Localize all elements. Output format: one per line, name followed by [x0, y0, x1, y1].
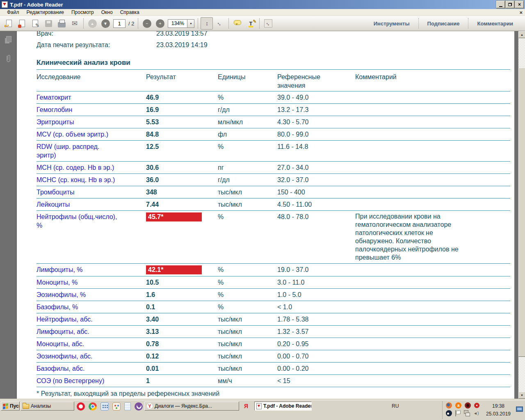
result-cell: 12.5	[146, 142, 218, 160]
scroll-down-icon[interactable]: ▼	[518, 392, 525, 399]
units-cell: %	[218, 265, 277, 274]
menu-item-1[interactable]: Редактирование	[23, 9, 68, 16]
units-cell: тыс/мкл	[218, 352, 277, 361]
meta-label: Дата печати результата:	[37, 41, 156, 50]
page-down-icon[interactable]: ▼	[99, 17, 112, 30]
show-desktop-icon[interactable]	[516, 406, 523, 412]
comment-cell	[355, 130, 498, 139]
attachments-paperclip-icon[interactable]	[5, 54, 12, 66]
menu-item-3[interactable]: Окно	[98, 9, 116, 16]
scrollbar-thumb[interactable]	[518, 68, 525, 357]
language-indicator[interactable]: RU	[392, 403, 399, 409]
test-name-cell: Эозинофилы, %	[37, 290, 146, 299]
reference-range-cell: 11.6 - 14.8	[277, 142, 355, 160]
zoom-in-icon[interactable]: +	[154, 17, 166, 30]
comment-cell	[355, 364, 498, 373]
zoom-level-combo[interactable]: 134% ▼	[168, 19, 194, 28]
test-name-cell: Нейтрофилы (общ.число), %	[37, 212, 146, 262]
fullscreen-icon[interactable]: ↔	[262, 17, 274, 30]
network-icon[interactable]	[464, 410, 470, 416]
calculator-icon[interactable]	[100, 402, 109, 411]
start-button[interactable]: Пуск	[1, 402, 20, 411]
viber-icon[interactable]	[135, 402, 143, 411]
table-row: Моноциты, %10.5%3.0 - 11.0	[37, 276, 510, 289]
close-button[interactable]: ×	[515, 1, 524, 8]
avast-icon[interactable]	[455, 402, 461, 409]
opera-icon[interactable]	[77, 402, 85, 411]
document-close-icon[interactable]: ×	[519, 9, 523, 16]
meta-value: 23.03.2019 14:19	[156, 41, 208, 48]
menu-item-2[interactable]: Просмотр	[68, 9, 98, 16]
test-name-cell: MCHC (ср. конц. Hb в эр.)	[37, 176, 146, 184]
comment-cell	[355, 352, 498, 361]
steam-icon[interactable]	[446, 410, 452, 416]
paint-icon[interactable]	[112, 402, 121, 411]
column-header-4: Комментарий	[355, 73, 510, 90]
minimize-button[interactable]	[496, 1, 505, 8]
highlight-text-icon[interactable]: T	[244, 17, 257, 30]
table-row: Лейкоциты7.44тыс/мкл4.50 - 11.00	[37, 199, 510, 211]
save-pdf-online-icon[interactable]	[16, 17, 28, 30]
units-cell: тыс/мкл	[218, 188, 277, 196]
test-name-cell: Гематокрит	[37, 93, 146, 102]
result-value: 46.9	[146, 94, 159, 101]
open-icon[interactable]	[3, 17, 15, 30]
firefox-icon[interactable]	[446, 402, 452, 409]
panel-button-1[interactable]: Подписание	[419, 21, 468, 27]
zoom-dropdown-icon[interactable]: ▼	[187, 19, 194, 28]
reference-range-cell: 27.0 - 34.0	[277, 163, 355, 172]
result-cell: 0.1	[146, 303, 218, 311]
chrome-icon[interactable]	[89, 402, 97, 411]
email-icon[interactable]: ✉	[68, 17, 81, 30]
yandex-ya-icon[interactable]: Я	[242, 402, 250, 410]
table-row: MCV (ср. объем эритр.)84.8фл80.0 - 99.0	[37, 128, 510, 141]
menu-item-0[interactable]: Файл	[3, 9, 23, 16]
page-number-input[interactable]	[113, 19, 126, 28]
page-up-icon[interactable]: ▲	[86, 17, 98, 30]
result-value: 36.0	[146, 176, 159, 183]
reference-range-cell: 48.0 - 78.0	[277, 212, 355, 262]
menubar: ФайлРедактированиеПросмотрОкноСправка ×	[0, 9, 525, 16]
test-name-cell: Лимфоциты, абс.	[37, 327, 146, 336]
windows-logo-icon	[3, 403, 8, 409]
results-table: ИсследованиеРезультатЕдиницыРеференсные …	[37, 69, 510, 387]
result-cell: 30.6	[146, 163, 218, 172]
restore-button[interactable]	[506, 1, 514, 8]
units-cell: тыс/мкл	[218, 200, 277, 209]
menu-item-4[interactable]: Справка	[116, 9, 143, 16]
vertical-scrollbar[interactable]: ▲ ▼	[518, 31, 525, 399]
reference-range-cell: < 1.0	[277, 303, 355, 311]
window-title: T.pdf - Adobe Reader	[10, 2, 63, 8]
notepad-icon[interactable]	[124, 402, 131, 411]
zoom-out-icon[interactable]: −	[141, 17, 153, 30]
reference-range-cell: 13.2 - 17.3	[277, 105, 355, 114]
result-value: 45.7*	[146, 212, 202, 221]
table-row: Базофилы, абс.0.01тыс/мкл0.00 - 0.20	[37, 363, 510, 375]
fill-sign-icon[interactable]	[29, 17, 41, 30]
task-button-adobe-reader[interactable]: T.pdf - Adobe Reader	[254, 402, 312, 411]
start-label: Пуск	[10, 403, 20, 409]
test-name-cell: Нейтрофилы, абс.	[37, 315, 146, 324]
units-cell: млн/мкл	[218, 118, 277, 126]
volume-icon[interactable]: ◄)	[473, 410, 479, 416]
panel-button-2[interactable]: Комментарии	[468, 21, 522, 27]
comment-cell	[355, 176, 498, 184]
scroll-up-icon[interactable]: ▲	[518, 31, 525, 38]
panel-button-0[interactable]: Инструменты	[365, 21, 418, 27]
canvas-gap	[514, 31, 518, 399]
print-icon[interactable]	[55, 17, 68, 30]
fit-page-icon[interactable]: ↔	[214, 17, 226, 30]
security-icon[interactable]	[474, 403, 479, 408]
page-thumbnails-icon[interactable]	[5, 36, 11, 43]
test-name-cell: Моноциты, %	[37, 278, 146, 287]
scroll-mode-icon[interactable]: ↕	[201, 17, 213, 30]
save-icon[interactable]	[42, 17, 55, 30]
task-button-folder[interactable]: Анализы	[21, 402, 74, 411]
flag-icon[interactable]	[455, 410, 461, 416]
quick-launch-bar	[77, 402, 143, 411]
comment-bubble-icon[interactable]	[231, 17, 244, 30]
comment-cell	[355, 105, 498, 114]
task-button-yandex-browser[interactable]: Y Диалоги — Яндекс.Бра...	[144, 402, 239, 411]
comment-cell	[355, 265, 498, 274]
opera-mini-icon[interactable]	[465, 402, 471, 409]
